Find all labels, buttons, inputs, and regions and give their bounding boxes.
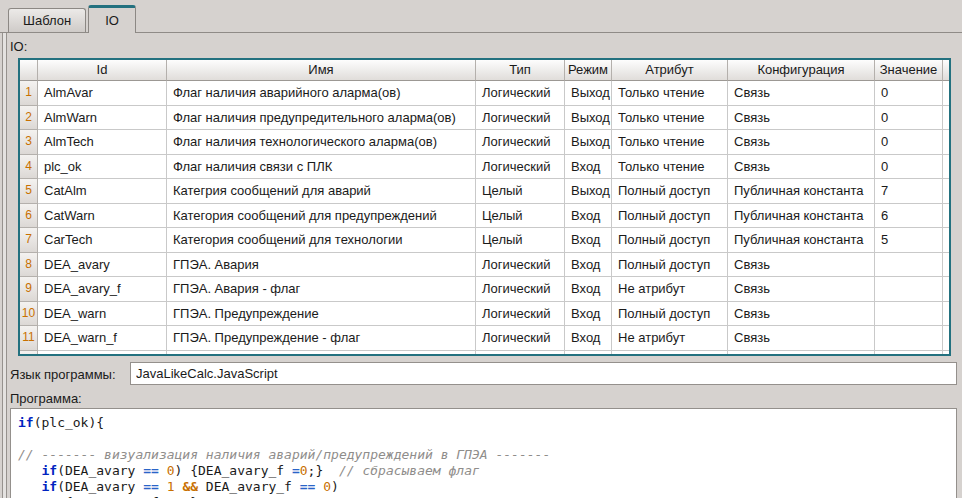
cell-mode[interactable]: Выход (565, 81, 612, 106)
cell-type[interactable]: Целый (476, 179, 565, 204)
cell-value[interactable]: 0 (875, 106, 943, 131)
cell-type[interactable]: Логический (476, 326, 565, 351)
cell-config[interactable]: Связь (728, 253, 875, 278)
cell-config[interactable]: Публичная константа (728, 179, 875, 204)
cell-attr[interactable]: Полный доступ (612, 179, 728, 204)
cell-id[interactable]: AlmWarn (38, 106, 167, 131)
cell-id[interactable]: DEA_ (38, 351, 167, 357)
cell-type[interactable]: Целый (476, 204, 565, 229)
cell-id[interactable]: CarTech (38, 228, 167, 253)
column-header-Имя[interactable]: Имя (167, 60, 476, 81)
cell-mode[interactable]: Выход (565, 106, 612, 131)
row-number[interactable]: 4 (20, 155, 38, 180)
cell-attr[interactable]: Только чтение (612, 130, 728, 155)
cell-config[interactable]: Связь (728, 130, 875, 155)
tab-io[interactable]: IO (88, 5, 136, 33)
cell-config[interactable]: Связь (728, 155, 875, 180)
row-number[interactable]: 3 (20, 130, 38, 155)
cell-value[interactable] (875, 326, 943, 351)
cell-value[interactable]: 7 (875, 179, 943, 204)
cell-attr[interactable]: Полный доступ (612, 228, 728, 253)
row-number[interactable]: 12 (20, 351, 38, 357)
cell-name[interactable]: ГПЭА. Авария (167, 253, 476, 278)
cell-config[interactable]: Публичная константа (728, 204, 875, 229)
tab-shablon[interactable]: Шаблон (8, 8, 86, 32)
cell-value[interactable]: 0 (875, 130, 943, 155)
cell-mode[interactable]: Вход (565, 204, 612, 229)
cell-attr[interactable]: Не атрибут (612, 326, 728, 351)
row-number[interactable]: 2 (20, 106, 38, 131)
cell-mode[interactable]: Выход (565, 130, 612, 155)
cell-name[interactable]: ГПЭА. Предупреждение (167, 302, 476, 327)
cell-attr[interactable]: Полный доступ (612, 204, 728, 229)
cell-id[interactable]: DEA_warn_f (38, 326, 167, 351)
cell-attr[interactable]: Не атрибут (612, 277, 728, 302)
cell-id[interactable]: DEA_warn (38, 302, 167, 327)
cell-name[interactable]: Категория сообщений для технологии (167, 228, 476, 253)
row-number[interactable]: 5 (20, 179, 38, 204)
cell-config[interactable]: Связь (728, 277, 875, 302)
row-number[interactable]: 1 (20, 81, 38, 106)
cell-value[interactable]: 5 (875, 228, 943, 253)
cell-type[interactable]: Логический (476, 351, 565, 357)
cell-name[interactable]: Флаг наличия предупредительного аларма(о… (167, 106, 476, 131)
cell-value[interactable] (875, 302, 943, 327)
cell-mode[interactable]: Вход (565, 277, 612, 302)
language-input[interactable] (130, 362, 957, 385)
cell-name[interactable]: Флаг наличия связи с ПЛК (167, 155, 476, 180)
cell-type[interactable]: Логический (476, 253, 565, 278)
cell-value[interactable] (875, 253, 943, 278)
cell-type[interactable]: Целый (476, 228, 565, 253)
row-number[interactable]: 7 (20, 228, 38, 253)
cell-config[interactable]: Связь (728, 302, 875, 327)
cell-value[interactable]: 0 (875, 81, 943, 106)
cell-attr[interactable]: Только чтение (612, 155, 728, 180)
io-table[interactable]: IdИмяТипРежимАтрибутКонфигурацияЗначение… (18, 58, 951, 356)
column-header-Режим[interactable]: Режим (565, 60, 612, 81)
column-header-Атрибут[interactable]: Атрибут (612, 60, 728, 81)
cell-mode[interactable]: Вход (565, 155, 612, 180)
row-number[interactable]: 6 (20, 204, 38, 229)
cell-attr[interactable]: Только чтение (612, 351, 728, 357)
cell-name[interactable]: ГПЭА. (167, 351, 476, 357)
column-header-Тип[interactable]: Тип (476, 60, 565, 81)
row-number[interactable]: 8 (20, 253, 38, 278)
cell-value[interactable] (875, 277, 943, 302)
cell-attr[interactable]: Только чтение (612, 106, 728, 131)
cell-mode[interactable]: Вход (565, 302, 612, 327)
cell-name[interactable]: Категория сообщений для предупреждений (167, 204, 476, 229)
cell-type[interactable]: Логический (476, 155, 565, 180)
cell-name[interactable]: Флаг наличия технологического аларма(ов) (167, 130, 476, 155)
cell-id[interactable]: plc_ok (38, 155, 167, 180)
program-editor[interactable]: if(plc_ok){ // ------- визуализация нали… (10, 408, 957, 498)
row-number[interactable]: 11 (20, 326, 38, 351)
column-header-Id[interactable]: Id (38, 60, 167, 81)
cell-id[interactable]: CatAlm (38, 179, 167, 204)
cell-value[interactable]: 0 (875, 155, 943, 180)
cell-name[interactable]: ГПЭА. Предупреждение - флаг (167, 326, 476, 351)
cell-mode[interactable]: Вход (565, 351, 612, 357)
cell-name[interactable]: Флаг наличия аварийного аларма(ов) (167, 81, 476, 106)
cell-type[interactable]: Логический (476, 81, 565, 106)
cell-config[interactable]: Связь (728, 351, 875, 357)
cell-config[interactable]: Публичная константа (728, 228, 875, 253)
cell-mode[interactable]: Вход (565, 326, 612, 351)
cell-id[interactable]: DEA_avary_f (38, 277, 167, 302)
cell-id[interactable]: AlmAvar (38, 81, 167, 106)
cell-type[interactable]: Логический (476, 106, 565, 131)
cell-type[interactable]: Логический (476, 277, 565, 302)
column-header-Значение[interactable]: Значение (875, 60, 943, 81)
cell-mode[interactable]: Выход (565, 179, 612, 204)
cell-attr[interactable]: Полный доступ (612, 302, 728, 327)
cell-type[interactable]: Логический (476, 130, 565, 155)
column-header-Конфигурация[interactable]: Конфигурация (728, 60, 875, 81)
cell-id[interactable]: CatWarn (38, 204, 167, 229)
cell-id[interactable]: AlmTech (38, 130, 167, 155)
cell-config[interactable]: Связь (728, 106, 875, 131)
cell-config[interactable]: Связь (728, 81, 875, 106)
cell-attr[interactable]: Только чтение (612, 81, 728, 106)
row-number[interactable]: 10 (20, 302, 38, 327)
row-number[interactable]: 9 (20, 277, 38, 302)
cell-id[interactable]: DEA_avary (38, 253, 167, 278)
cell-name[interactable]: Категрия сообщений для аварий (167, 179, 476, 204)
